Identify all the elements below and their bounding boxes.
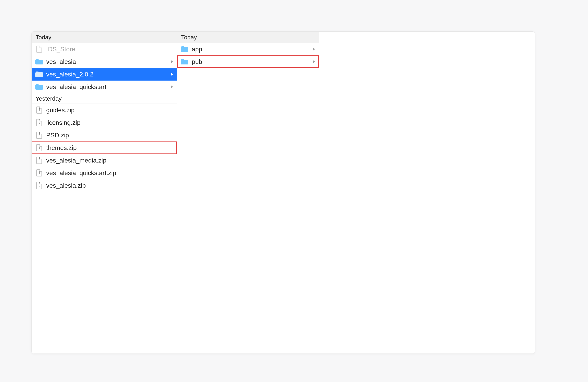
item-label: ves_alesia	[43, 58, 169, 65]
zip-icon	[35, 144, 43, 151]
column-1-header-yesterday: Yesterday	[32, 93, 177, 104]
list-item[interactable]: ves_alesia.zip	[32, 179, 177, 192]
list-item[interactable]: licensing.zip	[32, 116, 177, 129]
item-label: .DS_Store	[43, 46, 169, 53]
column-2-header-today: Today	[177, 32, 319, 43]
item-label: themes.zip	[43, 144, 169, 152]
list-item[interactable]: ves_alesia	[32, 55, 177, 68]
item-label: ves_alesia.zip	[43, 182, 169, 189]
item-label: ves_alesia_media.zip	[43, 157, 169, 164]
list-item[interactable]: ves_alesia_quickstart.zip	[32, 167, 177, 179]
list-item[interactable]: themes.zip	[32, 141, 177, 154]
column-3-preview	[319, 32, 535, 354]
folder-icon	[180, 46, 189, 52]
item-label: ves_alesia_quickstart	[43, 83, 169, 91]
item-label: ves_alesia_quickstart.zip	[43, 169, 169, 177]
item-label: app	[189, 46, 311, 53]
folder-icon	[180, 59, 189, 64]
zip-icon	[35, 106, 43, 114]
list-item[interactable]: app	[177, 43, 319, 55]
chevron-right-icon	[169, 73, 175, 76]
item-label: PSD.zip	[43, 132, 169, 139]
item-label: guides.zip	[43, 106, 169, 114]
item-label: ves_alesia_2.0.2	[43, 71, 169, 78]
list-item[interactable]: ves_alesia_quickstart	[32, 80, 177, 93]
chevron-right-icon	[311, 60, 317, 63]
zip-icon	[35, 132, 43, 139]
item-label: pub	[189, 58, 311, 65]
chevron-right-icon	[311, 47, 317, 51]
zip-icon	[35, 119, 43, 126]
finder-columns-window: Today .DS_Storeves_alesiaves_alesia_2.0.…	[31, 31, 535, 354]
folder-icon	[35, 59, 43, 64]
zip-icon	[35, 169, 43, 177]
chevron-right-icon	[169, 60, 175, 63]
column-1: Today .DS_Storeves_alesiaves_alesia_2.0.…	[32, 32, 177, 354]
zip-icon	[35, 182, 43, 189]
list-item[interactable]: .DS_Store	[32, 43, 177, 55]
doc-icon	[35, 46, 43, 53]
item-label: licensing.zip	[43, 119, 169, 126]
list-item[interactable]: ves_alesia_media.zip	[32, 154, 177, 167]
list-item[interactable]: pub	[177, 55, 319, 68]
list-item[interactable]: PSD.zip	[32, 129, 177, 141]
chevron-right-icon	[169, 85, 175, 89]
folder-icon	[35, 84, 43, 90]
zip-icon	[35, 157, 43, 164]
folder-icon	[35, 72, 43, 77]
column-1-header-today: Today	[32, 32, 177, 43]
list-item[interactable]: guides.zip	[32, 104, 177, 116]
list-item[interactable]: ves_alesia_2.0.2	[32, 68, 177, 80]
column-2: Today apppub	[177, 32, 319, 354]
